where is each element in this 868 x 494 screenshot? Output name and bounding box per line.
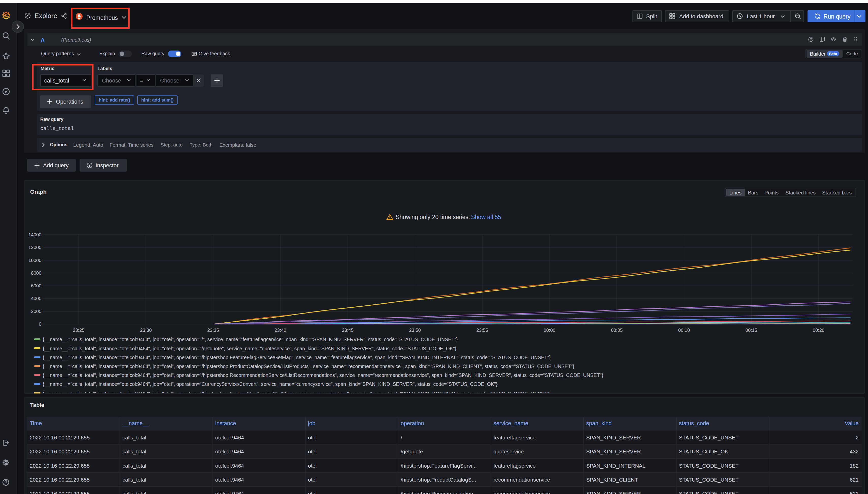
- svg-text:2000: 2000: [31, 309, 41, 314]
- svg-text:00:00: 00:00: [544, 327, 556, 333]
- svg-text:23:55: 23:55: [476, 327, 488, 333]
- svg-text:23:45: 23:45: [342, 327, 354, 333]
- svg-text:23:40: 23:40: [275, 327, 286, 333]
- svg-text:00:10: 00:10: [678, 327, 690, 333]
- svg-text:23:35: 23:35: [207, 327, 219, 333]
- svg-text:00:20: 00:20: [813, 327, 825, 333]
- svg-text:0: 0: [39, 321, 41, 327]
- svg-text:00:05: 00:05: [611, 327, 622, 333]
- svg-text:8000: 8000: [31, 270, 41, 276]
- svg-text:6000: 6000: [31, 283, 41, 288]
- svg-text:00:15: 00:15: [745, 327, 757, 333]
- svg-text:23:50: 23:50: [409, 327, 421, 333]
- svg-text:10000: 10000: [29, 258, 41, 263]
- svg-text:14000: 14000: [29, 232, 41, 238]
- svg-text:23:25: 23:25: [73, 327, 84, 333]
- svg-text:12000: 12000: [29, 245, 41, 250]
- svg-text:4000: 4000: [31, 296, 41, 301]
- svg-text:23:30: 23:30: [140, 327, 152, 333]
